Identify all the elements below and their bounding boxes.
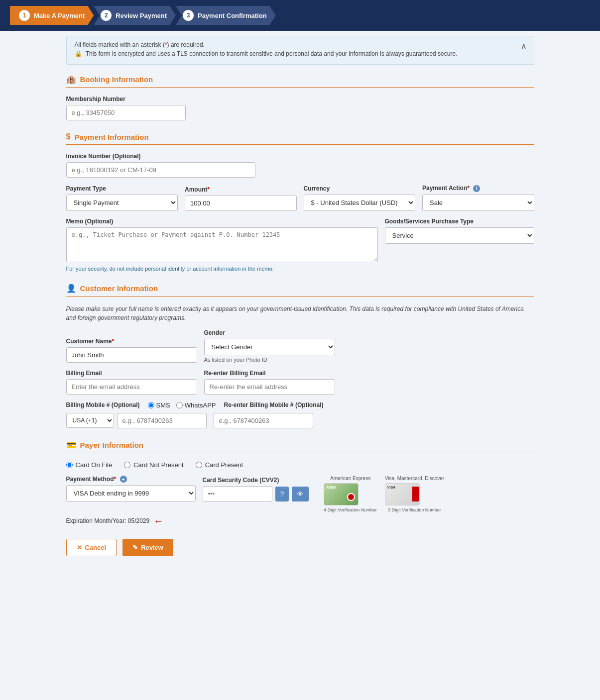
visa-verification-label: 3 Digit Verification Number: [385, 507, 444, 512]
re-enter-mobile-input-group: [214, 413, 313, 428]
cvv-label: Card Security Code (CVV2): [203, 477, 309, 484]
amex-card-label: American Express: [324, 476, 377, 481]
cvv-card-images: American Express AMEX 4 Digit Verificati…: [324, 476, 444, 512]
re-enter-mobile-label: Re-enter Billing Mobile # (Optional): [224, 401, 324, 408]
memo-textarea[interactable]: [66, 227, 378, 262]
action-buttons: ✕ Cancel ✎ Review: [66, 539, 534, 556]
membership-label: Membership Number: [66, 96, 534, 102]
invoice-label: Invoice Number (Optional): [66, 153, 534, 160]
sms-radio-label[interactable]: SMS: [148, 401, 170, 409]
cvv-group: Card Security Code (CVV2) ? 👁: [203, 477, 309, 501]
payment-section: $ Payment Information Invoice Number (Op…: [66, 132, 534, 272]
cvv-input[interactable]: [203, 486, 272, 501]
customer-title: 👤 Customer Information: [66, 284, 534, 297]
visa-card-item: Visa, Mastercard, Discover VISA 3 Digit …: [385, 476, 444, 512]
country-code-select[interactable]: USA (+1) CAN (+1) GBR (+44): [66, 413, 114, 428]
mobile-section: Billing Mobile # (Optional) SMS WhatsAPP…: [66, 401, 534, 428]
card-icon: 💳: [66, 440, 76, 450]
gender-select[interactable]: Select Gender Male Female Other: [204, 339, 335, 355]
booking-section: 🏨 Booking Information Membership Number: [66, 75, 534, 120]
payment-action-select[interactable]: Sale Authorization: [422, 195, 534, 211]
billing-email-group: Billing Email: [66, 370, 197, 395]
card-present-radio[interactable]: [196, 462, 202, 468]
customer-name-input[interactable]: [66, 347, 197, 363]
re-enter-email-input[interactable]: [204, 379, 335, 395]
step-2[interactable]: 2 Review Payment: [94, 6, 176, 25]
payment-method-label: Payment Method* +: [66, 476, 196, 483]
goods-services-select[interactable]: Service Goods Other: [385, 227, 534, 244]
expiry-text: Expiration Month/Year: 05/2029: [66, 517, 150, 524]
payment-method-group: Payment Method* + VISA Debit ending in 9…: [66, 476, 196, 502]
currency-label: Currency: [304, 185, 416, 192]
expiry-note-row: Expiration Month/Year: 05/2029 ←: [66, 515, 534, 527]
payment-type-label: Payment Type: [66, 185, 178, 192]
currency-select[interactable]: $ - United States Dollar (USD) € - Euro …: [304, 195, 416, 211]
payment-type-select[interactable]: Single Payment Recurring Payment: [66, 195, 178, 211]
goods-services-label: Goods/Services Purchase Type: [385, 218, 534, 225]
cvv-toggle-button[interactable]: 👁: [292, 487, 309, 501]
visa-card-image: VISA: [385, 483, 420, 505]
re-enter-email-label: Re-enter Billing Email: [204, 370, 335, 377]
gender-note: As listed on your Photo ID: [204, 357, 335, 363]
customer-name-group: Customer Name*: [66, 338, 197, 363]
step-1-label: Make A Payment: [34, 12, 85, 19]
card-not-present-label[interactable]: Card Not Present: [124, 461, 183, 469]
customer-icon: 👤: [66, 284, 76, 293]
amount-group: Amount*: [185, 186, 297, 211]
card-on-file-label[interactable]: Card On File: [66, 461, 113, 469]
re-enter-mobile-input[interactable]: [214, 413, 313, 428]
info-bar: All fields marked with an asterisk (*) a…: [66, 36, 534, 65]
customer-name-label: Customer Name*: [66, 338, 197, 345]
payer-radio-row: Card On File Card Not Present Card Prese…: [66, 461, 534, 469]
payment-method-info-icon[interactable]: +: [120, 476, 127, 483]
lock-icon: 🔒: [75, 50, 82, 57]
membership-number-group: Membership Number: [66, 96, 534, 120]
cvv-input-group: ? 👁: [203, 486, 309, 501]
card-on-file-radio[interactable]: [66, 462, 73, 468]
payment-action-group: Payment Action* i Sale Authorization: [422, 185, 534, 211]
cancel-icon: ✕: [77, 544, 82, 551]
payment-method-inner: Payment Method* + VISA Debit ending in 9…: [66, 476, 309, 502]
cvv-help-button[interactable]: ?: [275, 487, 289, 501]
currency-group: Currency $ - United States Dollar (USD) …: [304, 185, 416, 211]
payment-action-info-icon: i: [473, 185, 480, 192]
step-3[interactable]: 3 Payment Confirmation: [176, 6, 276, 25]
cancel-button[interactable]: ✕ Cancel: [66, 539, 117, 556]
billing-mobile-input[interactable]: [117, 413, 207, 428]
review-button[interactable]: ✎ Review: [122, 539, 173, 556]
gender-label: Gender: [204, 329, 335, 336]
memo-note: For your security, do not include person…: [66, 266, 378, 272]
invoice-number-input[interactable]: [66, 162, 255, 178]
amount-input[interactable]: [185, 196, 297, 211]
step-3-label: Payment Confirmation: [198, 12, 267, 19]
re-enter-email-group: Re-enter Billing Email: [204, 370, 335, 395]
arrow-icon: ←: [153, 515, 163, 527]
memo-row: Memo (Optional) For your security, do no…: [66, 218, 534, 272]
main-content: All fields marked with an asterisk (*) a…: [56, 31, 544, 566]
sms-whatsapp-group: SMS WhatsAPP: [148, 401, 216, 409]
payer-title: 💳 Payer Information: [66, 440, 534, 453]
whatsapp-radio-label[interactable]: WhatsAPP: [176, 401, 216, 409]
required-note: All fields marked with an asterisk (*) a…: [75, 41, 526, 48]
customer-section: 👤 Customer Information Please make sure …: [66, 284, 534, 428]
payment-method-select[interactable]: VISA Debit ending in 9999: [66, 485, 196, 501]
amex-card-image: AMEX: [324, 483, 359, 505]
header-bar: 1 Make A Payment 2 Review Payment 3 Paym…: [0, 0, 600, 31]
membership-number-input[interactable]: [66, 105, 186, 120]
payer-section: 💳 Payer Information Card On File Card No…: [66, 440, 534, 527]
payment-action-label: Payment Action* i: [422, 185, 534, 192]
billing-email-input[interactable]: [66, 379, 197, 395]
collapse-button[interactable]: ∧: [521, 41, 527, 51]
email-row: Billing Email Re-enter Billing Email: [66, 370, 335, 395]
whatsapp-radio[interactable]: [176, 402, 183, 408]
invoice-number-group: Invoice Number (Optional): [66, 153, 534, 178]
card-present-label[interactable]: Card Present: [196, 461, 243, 469]
gender-group: Gender Select Gender Male Female Other A…: [204, 329, 335, 363]
amex-verification-label: 4 Digit Verification Number: [324, 507, 377, 512]
card-not-present-radio[interactable]: [124, 462, 130, 468]
sms-radio[interactable]: [148, 402, 154, 408]
dollar-icon: $: [66, 132, 71, 141]
billing-mobile-input-group: USA (+1) CAN (+1) GBR (+44): [66, 413, 207, 428]
amount-label: Amount*: [185, 186, 297, 193]
step-1[interactable]: 1 Make A Payment: [10, 6, 94, 25]
